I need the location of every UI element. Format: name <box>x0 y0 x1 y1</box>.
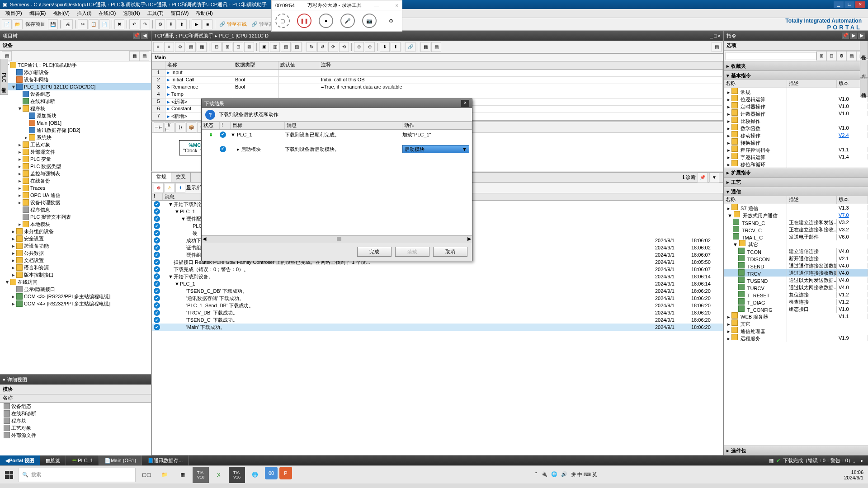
section-optpkg[interactable]: ▸选件包 <box>724 446 868 455</box>
action-combobox[interactable]: 启动模块▼ <box>402 145 469 153</box>
tree-item[interactable]: ▼PLC_1 [CPU 1211C DC/DC/DC] <box>0 83 151 90</box>
basic-instruction[interactable]: ▸ 转换操作 <box>724 139 868 146</box>
message-row[interactable]: ✔'TRCV_DB' 下载成功。2024/9/118:06:20 <box>152 309 723 316</box>
instruction-search-input[interactable] <box>726 52 816 60</box>
rec-pause-button[interactable]: ❚❚ <box>297 14 311 28</box>
tree-view1-icon[interactable]: ▦ <box>129 51 139 61</box>
tree-item[interactable]: ▸Traces <box>0 184 151 192</box>
comm-instruction[interactable]: ▸ S7 通信V1.3 <box>724 204 868 211</box>
tree-item[interactable]: ▸工艺对象 <box>0 141 151 148</box>
open-project-button[interactable]: 📂 <box>13 19 23 29</box>
overview-tab[interactable]: ▦ 总览 <box>40 455 66 465</box>
comm-instruction[interactable]: T_DIAG检查连接V1.2 <box>724 298 868 305</box>
task-view-icon[interactable]: ▢▢ <box>138 467 155 483</box>
tree-item[interactable]: ▼TCP通讯：PLC和调试助手 <box>0 61 151 69</box>
cancel-button[interactable]: 取消 <box>433 247 467 257</box>
redo-button[interactable]: ↷ <box>140 19 150 29</box>
show-all-label[interactable]: 显示所 <box>186 184 201 191</box>
ed-btn-19[interactable]: ⊖ <box>365 42 375 52</box>
menu-project[interactable]: 项目(P) <box>2 9 26 18</box>
rec-cam-button[interactable]: 📷 <box>362 14 377 28</box>
net-btn-2[interactable]: ⊣/⊢ <box>165 122 175 132</box>
comm-instruction[interactable]: ▼ 其它 <box>724 240 868 248</box>
app-icon[interactable]: 00 <box>265 467 278 479</box>
dlg-row-module[interactable]: ✔ ▸ 启动模块 下载到设备后启动模块。 启动模块▼ <box>202 144 472 154</box>
comm-instructions-tree[interactable]: ▸ S7 通信V1.3▼ 开放式用户通信V7.0 TSEND_C正在建立连接和发… <box>724 204 868 446</box>
ed-btn-22[interactable]: 🔗 <box>406 42 415 52</box>
tia-v18-icon[interactable]: TIAV18 <box>193 467 209 483</box>
rpane-col2-icon[interactable]: ▶ <box>858 33 865 39</box>
edge-icon[interactable]: 🌐 <box>247 467 263 483</box>
tree-item[interactable]: ▸PLC 数据类型 <box>0 163 151 170</box>
tree-item[interactable]: ▸公共数据 <box>0 249 151 257</box>
section-basic[interactable]: ▾基本指令 <box>724 71 868 80</box>
menu-view[interactable]: 视图(V) <box>49 9 73 18</box>
comm-instruction[interactable]: ▸ WEB 服务器V1.1 <box>724 313 868 320</box>
ed-btn-11[interactable]: ▥ <box>270 42 280 52</box>
tree-item[interactable]: 设备和网络 <box>0 76 151 83</box>
taskbar-clock[interactable]: 18:06 2024/9/1 <box>840 469 868 480</box>
minimize-button[interactable]: _ <box>834 1 844 8</box>
tree-item[interactable]: ▼在线访问 <box>0 278 151 286</box>
message-row[interactable]: ✔'TSEND_C_DB' 下载成功。2024/9/118:06:20 <box>152 287 723 295</box>
ppt-icon[interactable]: P <box>279 467 292 479</box>
message-row[interactable]: ✔下载完成（错误：0；警告：0）。2024/9/118:06:07 <box>152 266 723 273</box>
message-row[interactable]: ✔'PLC_1_Send_DB' 下载成功。2024/9/118:06:20 <box>152 302 723 309</box>
rec-stop-button[interactable]: ● <box>319 14 333 28</box>
tree-item[interactable]: 程序信息 <box>0 206 151 213</box>
ed-btn-4[interactable]: ▤ <box>186 42 196 52</box>
comm-instruction[interactable]: ▸ 其它 <box>724 320 868 327</box>
tree-item[interactable]: ▸OPC UA 通信 <box>0 192 151 199</box>
ed-btn-2[interactable]: ≡ <box>164 42 174 52</box>
editor-max-icon[interactable]: □ <box>714 33 717 38</box>
section-comm[interactable]: ▾通信 <box>724 187 868 196</box>
tree-item[interactable]: 添加新块 <box>0 112 151 119</box>
maximize-button[interactable]: □ <box>844 1 854 8</box>
rec-area-button[interactable]: ▢ <box>275 14 290 28</box>
tree-item[interactable]: ▸设备代理数据 <box>0 199 151 206</box>
tree-item[interactable]: ▸语言和资源 <box>0 264 151 271</box>
explorer-icon[interactable]: 📁 <box>156 467 173 483</box>
tree-view2-icon[interactable]: ▤ <box>139 51 149 61</box>
save-icon[interactable]: 💾 <box>48 19 58 29</box>
ed-btn-10[interactable]: ▣ <box>259 42 269 52</box>
tree-item[interactable]: ▸系统块 <box>0 134 151 141</box>
dialog-close-button[interactable]: × <box>461 100 469 107</box>
excel-icon[interactable]: ▦ <box>175 467 191 483</box>
portal-view-button[interactable]: ◀ Portal 视图 <box>0 455 40 465</box>
basic-instruction[interactable]: ▸ 比较操作 <box>724 117 868 124</box>
comm-instruction[interactable]: TMAIL_C发送电子邮件V6.0 <box>724 233 868 240</box>
basic-instruction[interactable]: ▸ 定时器操作V1.0 <box>724 103 868 110</box>
tab-general[interactable]: 常规 <box>152 173 171 182</box>
detail-tree[interactable]: 设备组态在线和诊断程序块工艺对象外部源文件 <box>0 403 151 455</box>
pane-pin-icon[interactable]: 📌 <box>133 33 140 39</box>
basic-instruction[interactable]: ▸ 位逻辑运算V1.0 <box>724 95 868 103</box>
comm-instruction[interactable]: TDISCON断开通信连接V2.1 <box>724 255 868 262</box>
editor-min-icon[interactable]: _ <box>710 33 713 38</box>
main-ob1-tab[interactable]: 📄 Main (OB1) <box>99 455 142 465</box>
start-button[interactable] <box>0 466 18 484</box>
tray-usb-icon[interactable]: 🔌 <box>541 471 547 478</box>
comm-instruction[interactable]: TRCV_C正在建立连接和接收...V3.2 <box>724 226 868 233</box>
tab-crossref[interactable]: 交叉 <box>171 173 191 182</box>
section-favorites[interactable]: ▸收藏夹 <box>724 61 868 70</box>
interface-row[interactable]: 4▸ Temp <box>152 91 723 99</box>
side-tab-addins[interactable]: 插件 <box>860 79 868 97</box>
tree-item[interactable]: 显示/隐藏接口 <box>0 286 151 293</box>
basic-instruction[interactable]: ▸ 计数器操作V1.0 <box>724 110 868 117</box>
basic-instruction[interactable]: ▸ 数学函数V1.0 <box>724 124 868 131</box>
plc-tab[interactable]: 📟 PLC_1 <box>66 455 99 465</box>
dlg-row-plc[interactable]: ⬇ ✔ ▼ PLC_1 下载到设备已顺利完成。 加载"PLC_1" <box>202 130 472 140</box>
rec-close-icon[interactable]: × <box>396 3 398 8</box>
comm-instruction[interactable]: TRCV通过通信连接接收数据V4.0 <box>724 269 868 277</box>
project-tree[interactable]: ▼TCP通讯：PLC和调试助手添加新设备设备和网络▼PLC_1 [CPU 121… <box>0 61 151 374</box>
section-tech[interactable]: ▸工艺 <box>724 178 868 187</box>
go-online-button[interactable]: 🔗 转至在线 <box>217 21 249 28</box>
rpane-pin-icon[interactable]: 📌 <box>842 33 849 39</box>
net-btn-1[interactable]: ⊣⊢ <box>154 122 164 132</box>
ed-btn-3[interactable]: ⚙ <box>175 42 185 52</box>
ed-btn-14[interactable]: ↻ <box>307 42 316 52</box>
rpane-col1-icon[interactable]: ▶ <box>850 33 857 39</box>
tree-item[interactable]: 在线和诊断 <box>0 98 151 105</box>
basic-instruction[interactable]: ▸ 程序控制指令V1.1 <box>724 146 868 153</box>
